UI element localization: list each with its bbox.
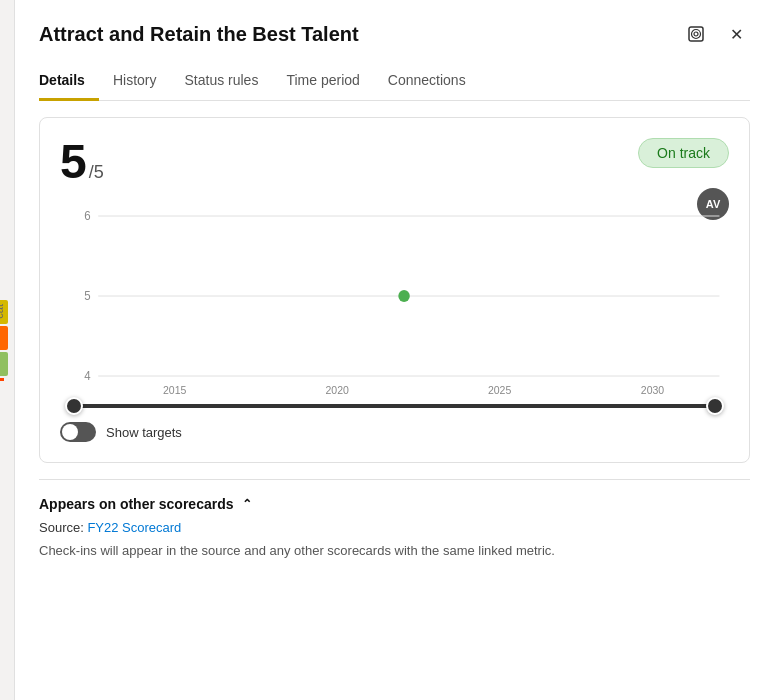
tab-status-rules[interactable]: Status rules bbox=[170, 64, 272, 101]
svg-text:4: 4 bbox=[84, 369, 91, 382]
scorecard-link[interactable]: FY22 Scorecard bbox=[87, 520, 181, 535]
range-handle-left[interactable] bbox=[65, 397, 83, 415]
appears-section: Appears on other scorecards ⌃ Source: FY… bbox=[39, 496, 750, 561]
tab-bar: Details History Status rules Time period… bbox=[39, 64, 750, 101]
metric-header: 5 /5 On track bbox=[60, 138, 729, 186]
appears-heading: Appears on other scorecards bbox=[39, 496, 234, 512]
share-button[interactable] bbox=[682, 20, 710, 48]
appears-header: Appears on other scorecards ⌃ bbox=[39, 496, 750, 512]
panel-title: Attract and Retain the Best Talent bbox=[39, 23, 359, 46]
section-divider bbox=[39, 479, 750, 480]
tab-connections[interactable]: Connections bbox=[374, 64, 480, 101]
svg-text:2030: 2030 bbox=[641, 384, 664, 396]
content-card: 5 /5 On track AV 6 5 4 2015 202 bbox=[39, 117, 750, 463]
chart-svg: 6 5 4 2015 2020 2025 2030 bbox=[60, 196, 729, 396]
svg-text:5: 5 bbox=[84, 289, 91, 302]
range-track bbox=[74, 404, 715, 408]
show-targets-label: Show targets bbox=[106, 425, 182, 440]
status-badge: On track bbox=[638, 138, 729, 168]
show-targets-toggle[interactable] bbox=[60, 422, 96, 442]
chevron-up-icon[interactable]: ⌃ bbox=[242, 497, 252, 511]
svg-text:2020: 2020 bbox=[325, 384, 348, 396]
close-button[interactable]: ✕ bbox=[722, 20, 750, 48]
show-targets-row: Show targets bbox=[60, 422, 729, 442]
chart-area: 6 5 4 2015 2020 2025 2030 bbox=[60, 196, 729, 396]
tab-details[interactable]: Details bbox=[39, 64, 99, 101]
svg-text:6: 6 bbox=[84, 209, 90, 222]
detail-panel: Attract and Retain the Best Talent ✕ Det… bbox=[14, 0, 774, 700]
category-label: cat bbox=[0, 304, 5, 319]
metric-denominator: /5 bbox=[89, 162, 104, 183]
source-prefix: Source: bbox=[39, 520, 87, 535]
svg-point-2 bbox=[692, 30, 701, 39]
range-handle-right[interactable] bbox=[706, 397, 724, 415]
checkins-text: Check-ins will appear in the source and … bbox=[39, 541, 750, 561]
metric-value: 5 /5 bbox=[60, 138, 104, 186]
svg-text:2025: 2025 bbox=[488, 384, 511, 396]
toggle-knob bbox=[62, 424, 78, 440]
tab-time-period[interactable]: Time period bbox=[272, 64, 373, 101]
panel-header: Attract and Retain the Best Talent ✕ bbox=[39, 20, 750, 48]
close-icon: ✕ bbox=[730, 25, 743, 44]
header-icons: ✕ bbox=[682, 20, 750, 48]
tab-history[interactable]: History bbox=[99, 64, 171, 101]
range-slider[interactable] bbox=[60, 404, 729, 408]
metric-number: 5 bbox=[60, 138, 87, 186]
source-line: Source: FY22 Scorecard bbox=[39, 520, 750, 535]
data-point bbox=[398, 290, 409, 302]
svg-text:2015: 2015 bbox=[163, 384, 186, 396]
svg-point-1 bbox=[694, 32, 698, 36]
